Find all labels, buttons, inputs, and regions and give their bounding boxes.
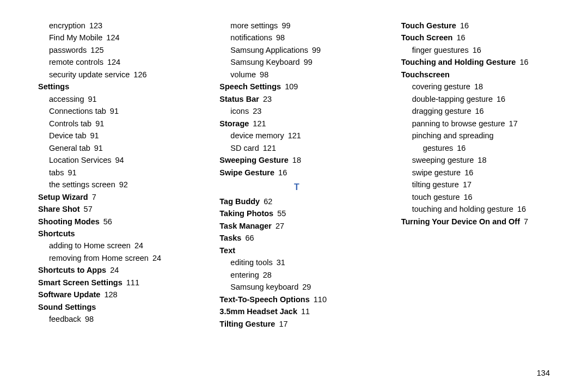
entry-page: 18 (472, 82, 483, 91)
entry-label: Samsung Applications (230, 46, 308, 54)
entry-page: 11 (299, 307, 310, 316)
index-heading: Touchscreen (401, 69, 555, 81)
index-subentry: finger guestures 16 (401, 44, 555, 56)
index-subentry: Location Services 94 (38, 154, 192, 166)
index-subentry: device memory 121 (219, 130, 373, 142)
entry-page: 99 (302, 58, 313, 66)
entry-page: 56 (101, 217, 112, 226)
entry-page: 17 (507, 119, 518, 128)
index-subentry: tabs 91 (38, 167, 192, 179)
index-subentry: adding to Home screen 24 (38, 240, 192, 252)
entry-label: tabs (49, 168, 64, 177)
index-subentry: panning to browse gesture 17 (401, 118, 555, 130)
entry-label: Tasks (219, 234, 241, 242)
entry-page: 17 (461, 180, 471, 189)
index-subentry: General tab 91 (38, 142, 192, 154)
index-subentry: sweeping gesture 18 (401, 154, 555, 166)
entry-label: Sweeping Gesture (219, 156, 289, 164)
index-heading: Task Manager 27 (219, 220, 373, 232)
entry-label: passwords (49, 46, 87, 54)
index-subentry: notifications 98 (219, 32, 373, 44)
entry-label: touch gesture (412, 193, 460, 201)
index-subentry: touch gesture 16 (401, 191, 555, 203)
index-subentry: security update service 126 (38, 69, 192, 81)
index-subentry: passwords 125 (38, 44, 192, 56)
page-number: 134 (537, 367, 550, 379)
entry-label: Software Update (38, 290, 100, 299)
entry-page: 62 (261, 197, 272, 206)
entry-label: Shortcuts (38, 229, 75, 238)
entry-label: the settings screen (49, 180, 115, 189)
entry-label: Text-To-Speech Options (219, 295, 309, 304)
entry-page: 16 (473, 107, 483, 115)
entry-page: 28 (261, 271, 272, 279)
entry-label: device memory (230, 131, 284, 140)
entry-label: Status Bar (219, 95, 259, 103)
index-heading: 3.5mm Headset Jack 11 (219, 305, 373, 317)
entry-page: 92 (117, 180, 128, 189)
entry-label: covering gesture (412, 82, 470, 91)
entry-page: 57 (82, 205, 93, 213)
entry-page: 27 (273, 222, 284, 230)
entry-label: Share Shot (38, 205, 80, 213)
index-subentry: the settings screen 92 (38, 179, 192, 191)
index-subentry: Samsung keyboard 29 (219, 281, 373, 293)
entry-page: 94 (113, 156, 124, 164)
index-heading: Speech Settings 109 (219, 81, 373, 93)
index-subentry: pinching and spreading (401, 130, 555, 142)
entry-label: Controls tab (49, 119, 91, 128)
entry-page: 16 (455, 144, 465, 152)
entry-label: Touching and Holding Gesture (401, 58, 516, 66)
index-subentry: Samsung Keyboard 99 (219, 56, 373, 68)
entry-page: 24 (132, 241, 143, 250)
index-subentry: dragging gesture 16 (401, 105, 555, 117)
entry-page: 31 (274, 258, 285, 267)
index-subentry: volume 98 (219, 69, 373, 81)
entry-page: 16 (515, 205, 526, 213)
entry-page: 110 (311, 295, 327, 304)
entry-page: 124 (104, 33, 119, 42)
index-heading: Sweeping Gesture 18 (219, 154, 373, 166)
entry-label: dragging gesture (412, 107, 471, 115)
index-subentry: Connections tab 91 (38, 105, 192, 117)
entry-page: 91 (88, 131, 99, 140)
entry-page: 29 (300, 283, 311, 291)
index-subentry: removing from Home screen 24 (38, 252, 192, 264)
index-heading: Turning Your Device On and Off 7 (401, 216, 555, 228)
entry-page: 16 (462, 193, 473, 201)
entry-page: 91 (92, 144, 103, 152)
entry-label: Find My Mobile (49, 33, 102, 42)
entry-label: Tilting Gesture (219, 320, 275, 328)
entry-page: 7 (90, 193, 96, 201)
entry-label: panning to browse gesture (412, 119, 505, 128)
entry-page: 99 (310, 46, 321, 54)
index-heading: Tilting Gesture 17 (219, 318, 373, 330)
entry-page: 126 (131, 70, 146, 79)
index-subentry: gestures 16 (401, 142, 555, 154)
entry-label: Touch Screen (401, 33, 453, 42)
index-subentry: touching and holding gesture 16 (401, 203, 555, 215)
entry-page: 16 (517, 58, 528, 66)
entry-label: Storage (219, 119, 249, 128)
index-heading: Shortcuts (38, 228, 192, 240)
entry-label: Touchscreen (401, 70, 450, 79)
entry-label: Samsung Keyboard (230, 58, 299, 66)
entry-page: 7 (522, 217, 528, 226)
index-heading: Tasks 66 (219, 232, 373, 244)
entry-page: 91 (93, 119, 104, 128)
index-subentry: swipe gesture 16 (401, 167, 555, 179)
entry-page: 128 (102, 290, 117, 299)
entry-label: editing tools (230, 258, 272, 267)
index-heading: Setup Wizard 7 (38, 191, 192, 203)
entry-page: 98 (258, 70, 268, 79)
index-subentry: editing tools 31 (219, 256, 373, 268)
entry-label: double-tapping gesture (412, 95, 493, 103)
index-subentry: entering 28 (219, 269, 373, 281)
entry-label: volume (230, 70, 256, 79)
index-subentry: feedback 98 (38, 313, 192, 325)
entry-page: 91 (108, 107, 119, 115)
index-page: encryption 123Find My Mobile 124password… (0, 0, 588, 348)
entry-label: feedback (49, 315, 81, 323)
entry-page: 55 (275, 209, 286, 218)
entry-page: 16 (276, 168, 287, 177)
